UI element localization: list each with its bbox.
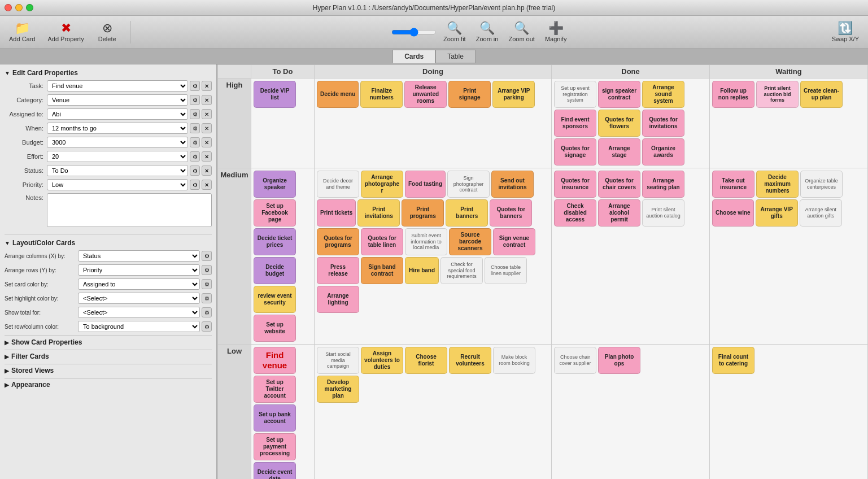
card-final-count-catering[interactable]: Final count to catering [712,347,754,374]
arrange-cols-gear[interactable]: ⚙ [202,251,212,261]
card-choose-table-linen-supplier[interactable]: Choose table linen supplier [485,257,527,284]
when-select[interactable]: 12 months to go [47,123,188,134]
status-select[interactable]: To Do [47,165,188,176]
card-decide-budget[interactable]: Decide budget [254,257,296,284]
window-controls[interactable] [5,4,33,11]
card-set-up-facebook[interactable]: Set up Facebook page [254,199,296,227]
zoom-out-button[interactable]: 🔍 Zoom out [505,20,538,45]
card-quotes-table-linen[interactable]: Quotes for table linen [361,228,403,255]
task-x[interactable]: ✕ [202,81,212,91]
minimize-button[interactable] [15,4,23,11]
assigned-gear[interactable]: ⚙ [190,109,200,119]
card-print-programs[interactable]: Print programs [402,199,444,227]
priority-select[interactable]: Low [47,179,188,190]
card-color-gear[interactable]: ⚙ [202,279,212,289]
card-set-up-website[interactable]: Set up website [254,315,296,342]
card-arrange-silent-auction-gifts[interactable]: Arrange silent auction gifts [800,199,842,227]
card-arrange-lighting[interactable]: Arrange lighting [317,286,359,313]
arrange-rows-select[interactable]: Priority [78,264,200,276]
card-quotes-programs[interactable]: Quotes for programs [317,228,359,255]
priority-gear[interactable]: ⚙ [190,180,200,190]
card-color-select[interactable]: Assigned to [78,278,200,290]
zoom-fit-button[interactable]: 🔍 Zoom fit [440,20,469,45]
stored-views-header[interactable]: ▶ Stored Views [5,367,212,375]
add-card-button[interactable]: 📁 Add Card [6,20,38,45]
card-food-tasting[interactable]: Food tasting [405,171,446,198]
card-quotes-insurance[interactable]: Quotes for insurance [554,171,596,198]
budget-x[interactable]: ✕ [202,137,212,147]
budget-select[interactable]: 3000 [47,137,188,148]
status-gear[interactable]: ⚙ [190,166,200,176]
category-gear[interactable]: ⚙ [190,95,200,105]
task-select[interactable]: Find venue [47,80,188,92]
add-property-button[interactable]: ✖ Add Property [44,20,87,45]
layout-section-header[interactable]: ▼ Layout/Color Cards [5,239,212,247]
card-decide-decor[interactable]: Decide decor and theme [317,171,359,198]
card-develop-marketing-plan[interactable]: Develop marketing plan [317,376,359,403]
card-make-block-room-booking[interactable]: Make block room booking [493,347,535,374]
card-follow-up-non-replies[interactable]: Follow up non replies [712,81,754,108]
card-print-invitations[interactable]: Print invitations [357,199,400,227]
card-sign-venue-contract[interactable]: Sign venue contract [493,228,535,255]
budget-gear[interactable]: ⚙ [190,137,200,147]
card-quotes-banners[interactable]: Quotes for banners [490,199,532,227]
card-arrange-alcohol-permit[interactable]: Arrange alcohol permit [598,199,640,227]
card-print-silent-auction-bid-forms[interactable]: Print silent auction bid forms [756,81,799,108]
notes-textarea[interactable] [47,193,212,227]
arrange-cols-select[interactable]: Status [78,250,200,262]
when-x[interactable]: ✕ [202,123,212,133]
card-decide-event-date[interactable]: Decide event date [254,462,296,479]
card-decide-menu[interactable]: Decide menu [317,81,359,108]
close-button[interactable] [5,4,12,11]
filter-cards-header[interactable]: ▶ Filter Cards [5,352,212,360]
tab-cards[interactable]: Cards [392,50,435,63]
tab-table[interactable]: Table [435,50,476,63]
status-x[interactable]: ✕ [202,166,212,176]
card-set-up-bank[interactable]: Set up bank account [254,404,296,432]
assigned-x[interactable]: ✕ [202,109,212,119]
card-arrange-seating-plan[interactable]: Arrange seating plan [642,171,684,198]
card-press-release[interactable]: Press release [317,257,359,284]
highlight-select[interactable]: <Select> [78,293,200,304]
card-organize-table-centerpieces[interactable]: Organize table centerpieces [800,171,843,198]
card-source-barcode-scanners[interactable]: Source barcode scanners [449,228,491,255]
card-set-up-payment[interactable]: Set up payment processing [254,433,296,460]
card-release-unwanted-rooms[interactable]: Release unwanted rooms [404,81,447,108]
row-col-color-select[interactable]: To background [78,321,200,332]
delete-button[interactable]: ⊗ Delete [93,20,121,45]
card-arrange-photographer[interactable]: Arrange photographer [361,171,403,198]
card-decide-vip-list[interactable]: Decide VIP list [254,81,296,108]
effort-x[interactable]: ✕ [202,151,212,162]
edit-card-section-header[interactable]: ▼ Edit Card Properties [5,69,212,77]
card-start-social-media[interactable]: Start social media campaign [317,347,359,374]
card-choose-chair-cover-supplier[interactable]: Choose chair cover supplier [554,347,596,374]
when-gear[interactable]: ⚙ [190,123,200,133]
maximize-button[interactable] [26,4,33,11]
appearance-header[interactable]: ▶ Appearance [5,381,212,389]
card-choose-wine[interactable]: Choose wine [712,199,754,227]
card-decide-max-numbers[interactable]: Decide maximum numbers [756,171,799,198]
swap-xy-button[interactable]: 🔃 Swap X/Y [828,20,862,45]
card-find-venue[interactable]: Find venue [254,347,296,374]
card-finalize-numbers[interactable]: Finalize numbers [360,81,403,108]
card-arrange-stage[interactable]: Arrange stage [598,138,640,166]
card-hire-band[interactable]: Hire band [405,257,439,284]
card-arrange-vip-gifts[interactable]: Arrange VIP gifts [756,199,798,227]
card-arrange-vip-parking[interactable]: Arrange VIP parking [492,81,535,108]
card-sign-speaker-contract[interactable]: sign speaker contract [598,81,640,108]
card-quotes-flowers[interactable]: Quotes for flowers [598,110,640,137]
card-print-signage[interactable]: Print signage [448,81,491,108]
show-total-select[interactable]: <Select> [78,307,200,318]
card-check-disabled-access[interactable]: Check disabled access [554,199,596,227]
card-choose-florist[interactable]: Choose florist [405,347,447,374]
card-quotes-invitations[interactable]: Quotes for invitations [642,110,684,137]
card-check-special-food[interactable]: Check for special food requirements [440,257,483,284]
highlight-gear[interactable]: ⚙ [202,293,212,303]
card-print-silent-auction-catalog[interactable]: Print silent auction catalog [642,199,684,227]
card-sign-band-contract[interactable]: Sign band contract [361,257,403,284]
row-col-color-gear[interactable]: ⚙ [202,321,212,332]
card-set-up-twitter[interactable]: Set up Twitter account [254,376,296,403]
priority-x[interactable]: ✕ [202,180,212,190]
card-print-tickets[interactable]: Print tickets [317,199,356,227]
card-find-event-sponsors[interactable]: Find event sponsors [554,110,596,137]
